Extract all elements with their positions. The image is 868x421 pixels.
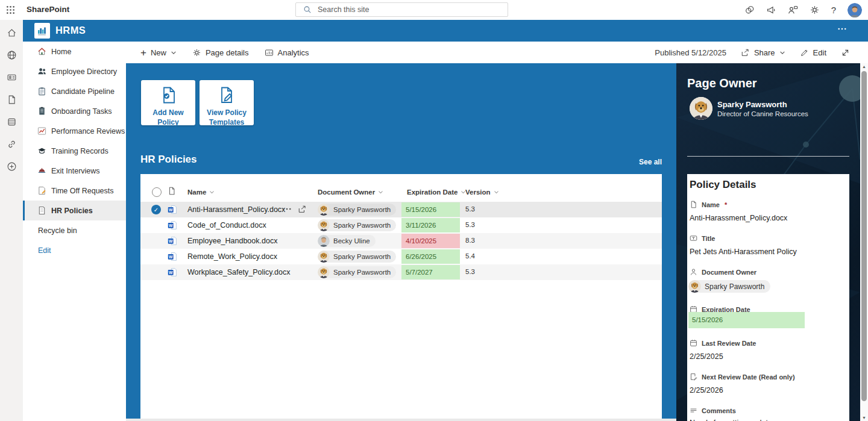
table-row[interactable]: Remote_Work_Policy.docx Sparky Pawsworth… — [140, 249, 662, 264]
word-file-icon — [168, 236, 177, 246]
sidebar-item-recycle-bin[interactable]: Recycle bin — [23, 220, 126, 240]
sidebar-item-time-off-requests[interactable]: Time Off Requests — [23, 181, 126, 201]
page-owner-avatar[interactable] — [690, 97, 712, 120]
file-name-link[interactable]: Employee_Handbook.docx — [187, 237, 277, 245]
sidebar-item-employee-directory[interactable]: Employee Directory — [23, 61, 126, 81]
file-name-link[interactable]: Code_of_Conduct.docx — [187, 221, 266, 229]
document-owner-pill[interactable]: Sparky Pawsworth — [688, 280, 770, 293]
sidebar-item-home[interactable]: Home — [23, 42, 126, 61]
new-button[interactable]: + New — [140, 48, 177, 58]
command-bar: + New Page details Analytics Published 5… — [126, 42, 868, 63]
field-value-last-review-date[interactable]: 2/25/2025 — [690, 352, 723, 361]
home-icon[interactable] — [7, 28, 17, 38]
chevron-down-icon — [378, 190, 383, 194]
chevron-down-icon — [779, 51, 785, 55]
page-pencil-icon — [37, 186, 46, 195]
banner-more-icon[interactable] — [838, 28, 846, 30]
sidebar-item-onboarding-tasks[interactable]: Onboarding Tasks — [23, 101, 126, 121]
view-policy-templates-button[interactable]: View Policy Templates — [200, 80, 254, 125]
sidebar-item-hr-policies[interactable]: HR Policies — [23, 201, 126, 220]
share-button[interactable]: Share — [741, 48, 785, 57]
table-row[interactable]: ✓ Anti-Harassment_Policy.docx Sparky Paw… — [140, 202, 662, 217]
copilot-icon[interactable] — [744, 5, 755, 15]
file-type-column-icon[interactable] — [168, 187, 176, 195]
megaphone-icon[interactable] — [766, 5, 776, 15]
column-header-document-owner[interactable]: Document Owner — [318, 189, 383, 196]
page-owner-name[interactable]: Sparky Pawsworth — [717, 100, 787, 109]
expiration-cell: 5/7/2027 — [401, 265, 460, 279]
file-name-link[interactable]: Anti-Harassment_Policy.docx — [187, 205, 285, 214]
search-input[interactable] — [316, 5, 508, 14]
owner-pill[interactable]: Sparky Pawsworth — [318, 266, 396, 278]
sidebar-item-performance-reviews[interactable]: Performance Reviews — [23, 121, 126, 141]
table-row[interactable]: Workplace_Safety_Policy.docx Sparky Paws… — [140, 264, 662, 280]
edit-button[interactable]: Edit — [800, 48, 826, 57]
sidebar-item-candidate-pipeline[interactable]: Candidate Pipeline — [23, 81, 126, 101]
column-header-version[interactable]: Version — [465, 189, 499, 196]
sidebar-item-exit-interviews[interactable]: Exit Interviews — [23, 161, 126, 181]
owner-avatar-dog — [688, 280, 701, 293]
share-row-icon[interactable] — [298, 205, 307, 214]
owner-pill[interactable]: Becky Uline — [318, 235, 376, 247]
field-value-expiration-date[interactable]: 5/15/2026 — [688, 312, 805, 328]
app-launcher-icon[interactable] — [6, 5, 15, 14]
field-value-name[interactable]: Anti-Harassment_Policy.docx — [690, 214, 787, 222]
site-title[interactable]: HRMS — [55, 25, 86, 36]
scroll-up-arrow[interactable]: ▲ — [860, 64, 868, 69]
suite-brand[interactable]: SharePoint — [27, 5, 69, 14]
see-all-link[interactable]: See all — [617, 158, 662, 166]
analytics-button[interactable]: Analytics — [265, 48, 309, 57]
site-search[interactable] — [295, 2, 508, 17]
file-name-link[interactable]: Remote_Work_Policy.docx — [187, 252, 277, 261]
hr-policies-list: Name Document Owner Expiration Date Vers… — [140, 174, 662, 419]
settings-gear-icon[interactable] — [810, 5, 820, 15]
chevron-down-icon — [209, 190, 215, 194]
sidebar-edit-link[interactable]: Edit — [23, 240, 126, 260]
site-logo[interactable] — [34, 23, 50, 39]
contact-card-icon[interactable] — [7, 72, 17, 83]
list-icon[interactable] — [7, 117, 17, 127]
owner-avatar-dog — [318, 266, 330, 278]
add-circle-icon[interactable] — [7, 161, 17, 172]
vertical-scrollbar[interactable]: ▲ ▼ — [860, 63, 868, 421]
field-value-title[interactable]: Pet Jets Anti-Harassment Policy — [690, 248, 797, 256]
document-check-icon — [159, 86, 178, 105]
gear-icon — [192, 48, 201, 57]
page-details-button[interactable]: Page details — [192, 48, 249, 57]
chevron-down-icon — [494, 190, 499, 194]
owner-pill[interactable]: Sparky Pawsworth — [318, 204, 396, 216]
calendar-icon — [690, 339, 697, 347]
expand-fullscreen-icon[interactable] — [841, 48, 850, 57]
feedback-icon[interactable] — [788, 5, 798, 15]
select-all-checkbox[interactable] — [152, 187, 162, 197]
help-icon[interactable]: ? — [831, 5, 836, 15]
section-title: HR Policies — [140, 154, 197, 166]
sidebar-item-training-records[interactable]: Training Records — [23, 141, 126, 161]
row-selected-check-icon[interactable]: ✓ — [151, 205, 161, 214]
column-header-expiration-date[interactable]: Expiration Date — [407, 189, 466, 196]
version-cell: 5.4 — [465, 252, 475, 260]
field-value-comments[interactable]: Needs formatting update — [690, 419, 772, 421]
page-icon[interactable] — [7, 95, 17, 105]
person-icon — [690, 268, 697, 276]
field-label-next-review-date: Next Review Date (Read only) — [690, 373, 795, 381]
globe-icon[interactable] — [7, 50, 17, 60]
file-name-link[interactable]: Workplace_Safety_Policy.docx — [187, 268, 290, 276]
scroll-down-arrow[interactable]: ▼ — [860, 416, 868, 420]
app-bar-rail — [0, 20, 23, 421]
table-row[interactable]: Employee_Handbook.docx Becky Uline 4/10/… — [140, 233, 662, 249]
more-options-icon[interactable] — [283, 208, 291, 210]
search-icon — [303, 5, 312, 14]
horizontal-scrollbar-track[interactable] — [126, 419, 676, 421]
owner-avatar-dog — [318, 204, 330, 216]
chevron-down-icon — [171, 51, 177, 55]
user-avatar[interactable] — [848, 3, 862, 17]
link-icon[interactable] — [7, 139, 17, 149]
owner-pill[interactable]: Sparky Pawsworth — [318, 219, 396, 231]
add-new-policy-button[interactable]: Add New Policy — [141, 80, 195, 125]
field-label-comments: Comments — [690, 407, 736, 414]
scrollbar-thumb[interactable] — [861, 71, 867, 401]
owner-pill[interactable]: Sparky Pawsworth — [318, 251, 396, 263]
column-header-name[interactable]: Name — [187, 189, 215, 196]
table-row[interactable]: Code_of_Conduct.docx Sparky Pawsworth 3/… — [140, 217, 662, 233]
